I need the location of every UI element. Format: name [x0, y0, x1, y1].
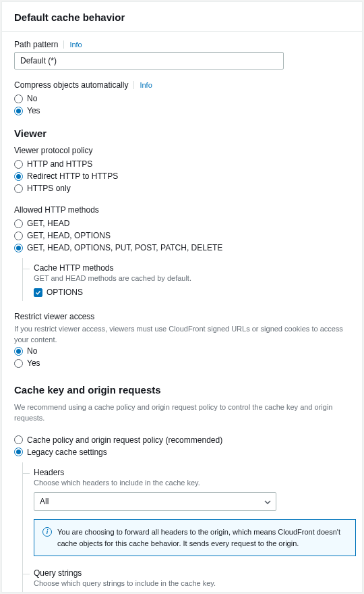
protocol-https-only-label: HTTPS only: [27, 184, 71, 193]
radio-icon: [14, 359, 23, 368]
policy-recommended-radio[interactable]: Cache policy and origin request policy (…: [14, 434, 350, 446]
path-pattern-info-link[interactable]: Info: [69, 40, 82, 49]
restrict-viewer-help: If you restrict viewer access, viewers m…: [14, 324, 350, 345]
protocol-https-only-radio[interactable]: HTTPS only: [14, 182, 350, 194]
policy-recommended-label: Cache policy and origin request policy (…: [27, 435, 222, 445]
methods-get-head-label: GET, HEAD: [27, 219, 69, 228]
compress-label-row: Compress objects automatically Info: [14, 80, 350, 90]
restrict-yes-label: Yes: [27, 358, 40, 368]
protocol-redirect-radio[interactable]: Redirect HTTP to HTTPS: [14, 170, 350, 182]
cache-http-methods-help: GET and HEAD methods are cached by defau…: [34, 273, 350, 284]
headers-label: Headers: [34, 468, 350, 477]
radio-icon: [14, 232, 23, 240]
compress-yes-label: Yes: [27, 106, 40, 115]
cache-http-options-label: OPTIONS: [47, 288, 83, 297]
alert-text: You are choosing to forward all headers …: [57, 526, 347, 549]
query-strings-item: Query strings Choose which query strings…: [34, 563, 350, 593]
query-strings-help: Choose which query strings to include in…: [34, 578, 350, 589]
compress-no-label: No: [27, 94, 37, 103]
methods-get-head-options-radio[interactable]: GET, HEAD, OPTIONS: [14, 230, 350, 242]
radio-icon: [14, 184, 23, 193]
restrict-viewer-label: Restrict viewer access: [14, 312, 94, 321]
policy-legacy-radio[interactable]: Legacy cache settings: [14, 446, 350, 458]
cache-key-help: We recommend using a cache policy and or…: [14, 402, 350, 423]
allowed-methods-label-row: Allowed HTTP methods: [14, 205, 350, 215]
radio-icon: [14, 448, 23, 456]
default-cache-behavior-panel: Default cache behavior Path pattern Info…: [1, 1, 363, 593]
compress-yes-radio[interactable]: Yes: [14, 105, 350, 117]
panel-body: Path pattern Info Compress objects autom…: [2, 32, 362, 593]
radio-icon: [14, 347, 23, 356]
check-icon: [35, 290, 41, 296]
restrict-no-radio[interactable]: No: [14, 345, 350, 357]
radio-icon: [14, 219, 23, 228]
info-icon: i: [42, 527, 52, 537]
divider: [133, 81, 134, 89]
protocol-redirect-label: Redirect HTTP to HTTPS: [27, 171, 118, 181]
methods-all-label: GET, HEAD, OPTIONS, PUT, POST, PATCH, DE…: [27, 243, 222, 252]
methods-get-head-options-label: GET, HEAD, OPTIONS: [27, 231, 111, 240]
radio-icon: [14, 94, 23, 103]
restrict-yes-radio[interactable]: Yes: [14, 357, 350, 369]
restrict-no-label: No: [27, 346, 37, 356]
headers-help: Choose which headers to include in the c…: [34, 478, 350, 488]
compress-info-link[interactable]: Info: [140, 81, 152, 89]
cache-http-methods-block: Cache HTTP methods GET and HEAD methods …: [22, 258, 350, 301]
compress-no-radio[interactable]: No: [14, 92, 350, 105]
panel-header: Default cache behavior: [2, 2, 362, 32]
policy-legacy-label: Legacy cache settings: [27, 448, 107, 457]
allowed-methods-label: Allowed HTTP methods: [14, 205, 99, 215]
checkbox-icon: [34, 288, 42, 297]
path-pattern-label-row: Path pattern Info: [14, 40, 350, 49]
panel-title: Default cache behavior: [14, 11, 350, 23]
radio-icon: [14, 435, 23, 444]
cache-key-heading: Cache key and origin requests: [14, 384, 350, 396]
query-strings-label: Query strings: [34, 568, 350, 578]
restrict-viewer-label-row: Restrict viewer access: [14, 312, 350, 321]
compress-label: Compress objects automatically: [14, 80, 128, 90]
protocol-http-https-label: HTTP and HTTPS: [27, 159, 92, 169]
radio-icon: [14, 107, 23, 115]
protocol-http-https-radio[interactable]: HTTP and HTTPS: [14, 158, 350, 170]
headers-select-value: All: [40, 497, 49, 506]
radio-icon: [14, 160, 23, 169]
methods-get-head-radio[interactable]: GET, HEAD: [14, 217, 350, 230]
viewer-heading: Viewer: [14, 128, 350, 139]
headers-item: Headers Choose which headers to include …: [34, 462, 350, 563]
headers-all-alert: i You are choosing to forward all header…: [34, 519, 356, 556]
divider: [63, 40, 64, 49]
radio-icon: [14, 172, 23, 181]
path-pattern-input[interactable]: [14, 52, 284, 70]
headers-select[interactable]: All: [34, 492, 276, 511]
viewer-protocol-label-row: Viewer protocol policy: [14, 146, 350, 155]
radio-icon: [14, 244, 23, 252]
path-pattern-label: Path pattern: [14, 40, 58, 49]
legacy-settings-group: Headers Choose which headers to include …: [22, 462, 350, 593]
methods-all-radio[interactable]: GET, HEAD, OPTIONS, PUT, POST, PATCH, DE…: [14, 242, 350, 254]
cache-http-options-checkbox[interactable]: OPTIONS: [34, 286, 350, 298]
cache-http-methods-label: Cache HTTP methods: [34, 263, 350, 273]
viewer-protocol-label: Viewer protocol policy: [14, 146, 93, 155]
